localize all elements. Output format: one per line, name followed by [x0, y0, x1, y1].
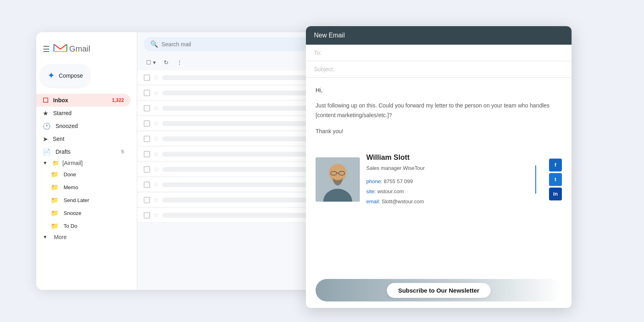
search-input[interactable]	[161, 41, 329, 47]
linkedin-icon: in	[553, 190, 558, 198]
nav-item-inbox[interactable]: ☐ Inbox 1,322	[36, 94, 130, 107]
done-label: Done	[64, 171, 127, 178]
subject-label: Subject:	[314, 66, 334, 72]
todo-label: To Do	[64, 223, 127, 229]
snooze-label: Snooze	[64, 210, 127, 216]
new-email-title: New Email	[314, 32, 345, 39]
drafts-label: Drafts	[56, 149, 116, 155]
email-checkbox[interactable]	[144, 105, 150, 111]
gmail-m-icon	[53, 42, 68, 56]
to-field[interactable]: To:	[306, 45, 572, 61]
compose-button[interactable]: ✦ Compose	[39, 64, 91, 87]
to-label: To:	[314, 50, 322, 56]
email-checkbox[interactable]	[144, 197, 150, 203]
new-email-header: New Email	[306, 26, 572, 45]
email-signature: William Slott Sales manager WiseTour pho…	[316, 145, 562, 214]
todo-icon: 📁	[51, 222, 59, 230]
newsletter-banner[interactable]: Subscribe to Our Newsletter	[316, 279, 562, 301]
send-later-label: Send Later	[64, 197, 127, 203]
email-label: email:	[366, 198, 380, 204]
email-greeting: Hi,	[316, 86, 562, 95]
facebook-icon: f	[555, 161, 556, 169]
gmail-brand-label: Gmail	[69, 44, 90, 54]
phone-value: 8755 57 099	[384, 178, 413, 184]
gmail-sidebar: ☰ Gmail ✦ Compose ☐ Inbox	[36, 32, 137, 290]
airmail-icon: 📁	[52, 160, 59, 166]
nav-item-memo[interactable]: 📁 Memo	[44, 181, 134, 194]
email-thanks: Thank you!	[316, 127, 562, 136]
twitter-button[interactable]: t	[549, 173, 562, 186]
email-checkbox[interactable]	[144, 166, 150, 173]
linkedin-button[interactable]: in	[549, 188, 562, 200]
airmail-toggle[interactable]: ▼ 📁 [Airmail]	[36, 158, 137, 168]
starred-label: Starred	[53, 110, 124, 116]
refresh-button[interactable]: ↻	[161, 58, 171, 67]
site-label: site:	[366, 188, 376, 194]
hamburger-icon[interactable]: ☰	[43, 44, 50, 54]
more-label: More	[54, 234, 67, 240]
nav-item-done[interactable]: 📁 Done	[44, 168, 134, 181]
email-checkbox[interactable]	[144, 74, 150, 81]
starred-icon: ★	[43, 109, 48, 117]
search-icon: 🔍	[150, 40, 158, 48]
inbox-icon: ☐	[43, 97, 48, 104]
nav-item-sent[interactable]: ➤ Sent	[36, 132, 130, 145]
nav-item-starred[interactable]: ★ Starred	[36, 107, 130, 120]
star-icon[interactable]: ☆	[153, 150, 159, 158]
facebook-button[interactable]: f	[549, 159, 562, 171]
nav-item-send-later[interactable]: 📁 Send Later	[44, 194, 134, 206]
snoozed-label: Snoozed	[56, 123, 124, 129]
more-arrow-icon: ▼	[43, 234, 47, 240]
star-icon[interactable]: ☆	[153, 104, 159, 112]
email-checkbox[interactable]	[144, 212, 150, 219]
subject-field[interactable]: Subject:	[306, 61, 572, 78]
star-icon[interactable]: ☆	[153, 165, 159, 173]
email-checkbox[interactable]	[144, 151, 150, 157]
twitter-icon: t	[555, 175, 556, 184]
sig-divider	[535, 165, 536, 194]
inbox-count: 1,322	[112, 97, 124, 103]
email-checkbox[interactable]	[144, 90, 150, 96]
compose-label: Compose	[59, 72, 83, 79]
phone-label: phone:	[366, 178, 382, 184]
email-checkbox[interactable]	[144, 182, 150, 188]
sig-phone: phone: 8755 57 099	[366, 178, 529, 186]
drafts-count: 5	[121, 149, 124, 155]
toggle-arrow-icon: ▼	[43, 160, 47, 166]
sig-site: site: wstour.com	[366, 188, 529, 196]
sent-label: Sent	[53, 136, 124, 142]
done-icon: 📁	[51, 171, 59, 178]
nav-item-snooze[interactable]: 📁 Snooze	[44, 206, 134, 219]
star-icon[interactable]: ☆	[153, 120, 159, 127]
send-later-icon: 📁	[51, 196, 59, 204]
new-email-window: New Email To: Subject: Hi, Just followin…	[306, 26, 572, 308]
email-body: Hi, Just following up on this. Could you…	[306, 78, 572, 276]
drafts-icon: 📄	[43, 148, 51, 156]
star-icon[interactable]: ☆	[153, 196, 159, 204]
star-icon[interactable]: ☆	[153, 181, 159, 188]
signature-info: William Slott Sales manager WiseTour pho…	[366, 152, 529, 207]
more-options-button[interactable]: ⋮	[174, 58, 185, 67]
gmail-header: ☰ Gmail	[36, 39, 137, 64]
social-links: f t in	[549, 159, 562, 200]
star-icon[interactable]: ☆	[153, 135, 159, 142]
email-value: Slott@wstour.com	[382, 198, 424, 204]
airmail-submenu: 📁 Done 📁 Memo 📁 Send Later 📁 Snooze 📁 To…	[44, 168, 137, 232]
nav-item-todo[interactable]: 📁 To Do	[44, 219, 134, 232]
snooze-folder-icon: 📁	[51, 209, 59, 217]
star-icon[interactable]: ☆	[153, 89, 159, 97]
sig-email: email: Slott@wstour.com	[366, 198, 529, 206]
site-value: wstour.com	[377, 188, 404, 194]
email-checkbox[interactable]	[144, 136, 150, 142]
more-toggle[interactable]: ▼ More	[36, 232, 137, 242]
compose-plus-icon: ✦	[47, 70, 55, 81]
select-all-button[interactable]: ☐ ▾	[144, 58, 158, 67]
email-checkbox[interactable]	[144, 120, 150, 127]
snoozed-icon: 🕐	[43, 122, 51, 130]
nav-item-snoozed[interactable]: 🕐 Snoozed	[36, 120, 130, 132]
star-icon[interactable]: ☆	[153, 74, 159, 81]
memo-icon: 📁	[51, 184, 59, 191]
star-icon[interactable]: ☆	[153, 211, 159, 219]
memo-label: Memo	[64, 184, 127, 190]
nav-item-drafts[interactable]: 📄 Drafts 5	[36, 145, 130, 158]
